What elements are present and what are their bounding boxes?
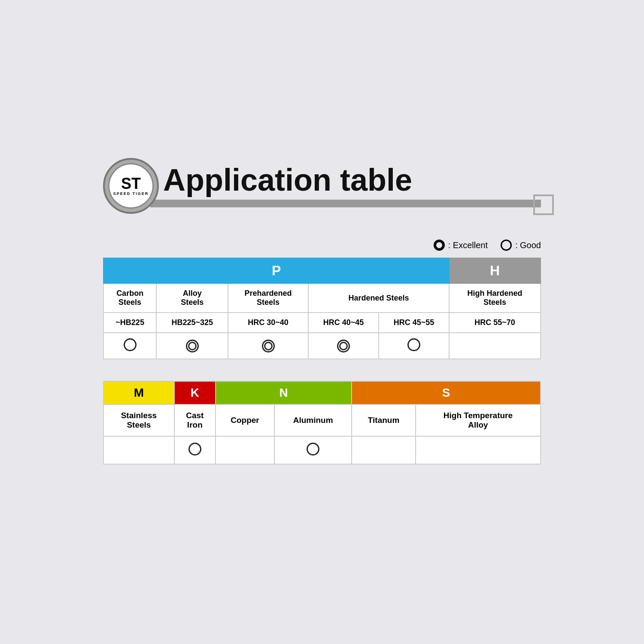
category-m: M bbox=[103, 381, 174, 404]
table-mkns: M K N S StainlessSteels CastIron Copper … bbox=[103, 381, 541, 465]
page-title: Application table bbox=[163, 164, 541, 195]
legend-good: : Good bbox=[501, 240, 541, 251]
excellent-icon bbox=[434, 240, 445, 251]
category-h: H bbox=[449, 258, 541, 283]
symbol-double-alloy bbox=[186, 340, 199, 352]
symbol-single-cast-iron bbox=[188, 443, 201, 456]
table-mkns-wrapper: M K N S StainlessSteels CastIron Copper … bbox=[103, 381, 541, 465]
symbol-single-aluminum bbox=[307, 443, 319, 456]
sym-prehardened bbox=[228, 333, 308, 359]
col-hardened-steels: Hardened Steels bbox=[308, 283, 449, 313]
sym-aluminum bbox=[274, 436, 352, 464]
sym-high-hardened bbox=[449, 333, 541, 359]
legend: : Excellent : Good bbox=[103, 240, 541, 251]
col-alloy-steels: AlloySteels bbox=[156, 283, 228, 313]
range-hb225-325: HB225~325 bbox=[156, 313, 228, 333]
range-hrc40-45: HRC 40~45 bbox=[308, 313, 379, 333]
table-mkns-symbol-row bbox=[103, 436, 541, 464]
header: ST SPEED TIGER Application table bbox=[103, 158, 541, 214]
symbol-double-hardened1 bbox=[337, 340, 350, 352]
symbol-single-hardened2 bbox=[407, 338, 420, 351]
category-n: N bbox=[216, 381, 352, 404]
symbol-single-carbon bbox=[124, 338, 137, 351]
range-hrc30-40: HRC 30~40 bbox=[228, 313, 308, 333]
col-stainless: StainlessSteels bbox=[103, 404, 174, 436]
logo-circle: ST SPEED TIGER bbox=[103, 158, 159, 214]
sym-hardened1 bbox=[308, 333, 379, 359]
legend-excellent: : Excellent bbox=[434, 240, 488, 251]
sym-high-temp-alloy bbox=[416, 436, 541, 464]
col-high-hardened: High HardenedSteels bbox=[449, 283, 541, 313]
header-bar bbox=[150, 200, 541, 207]
range-hrc45-55: HRC 45~55 bbox=[379, 313, 449, 333]
sym-carbon bbox=[103, 333, 156, 359]
sym-alloy bbox=[156, 333, 228, 359]
sym-stainless bbox=[103, 436, 174, 464]
col-prehardened-steels: PrehardenedSteels bbox=[228, 283, 308, 313]
range-hb225: ~HB225 bbox=[103, 313, 156, 333]
col-copper: Copper bbox=[216, 404, 274, 436]
table-mkns-category-row: M K N S bbox=[103, 381, 541, 404]
sym-copper bbox=[216, 436, 274, 464]
sym-titanum bbox=[352, 436, 416, 464]
table-p: P H CarbonSteels AlloySteels Prehardened… bbox=[103, 258, 541, 359]
table-p-symbol-row bbox=[103, 333, 541, 359]
table-p-wrapper: P H CarbonSteels AlloySteels Prehardened… bbox=[103, 258, 541, 359]
col-high-temp: High TemperatureAlloy bbox=[416, 404, 541, 436]
col-cast-iron: CastIron bbox=[174, 404, 216, 436]
sym-cast-iron bbox=[174, 436, 216, 464]
category-k: K bbox=[174, 381, 216, 404]
col-carbon-steels: CarbonSteels bbox=[103, 283, 156, 313]
table-p-subheader-row: CarbonSteels AlloySteels PrehardenedStee… bbox=[103, 283, 541, 313]
col-aluminum: Aluminum bbox=[274, 404, 352, 436]
table-mkns-subheader-row: StainlessSteels CastIron Copper Aluminum… bbox=[103, 404, 541, 436]
table-p-range-row: ~HB225 HB225~325 HRC 30~40 HRC 40~45 HRC… bbox=[103, 313, 541, 333]
header-title-area: Application table bbox=[150, 164, 541, 207]
logo-inner: ST SPEED TIGER bbox=[109, 164, 152, 207]
page: ST SPEED TIGER Application table : Excel… bbox=[86, 141, 558, 503]
sym-hardened2 bbox=[379, 333, 449, 359]
logo-st-text: ST bbox=[121, 176, 141, 191]
excellent-label: : Excellent bbox=[448, 240, 488, 250]
category-p: P bbox=[103, 258, 449, 283]
logo-brand-text: SPEED TIGER bbox=[113, 191, 149, 196]
symbol-double-prehardened bbox=[262, 340, 275, 352]
table-p-category-row: P H bbox=[103, 258, 541, 283]
good-icon bbox=[501, 240, 512, 251]
col-titanum: Titanum bbox=[352, 404, 416, 436]
good-label: : Good bbox=[515, 240, 541, 250]
range-hrc55-70: HRC 55~70 bbox=[449, 313, 541, 333]
category-s: S bbox=[352, 381, 541, 404]
